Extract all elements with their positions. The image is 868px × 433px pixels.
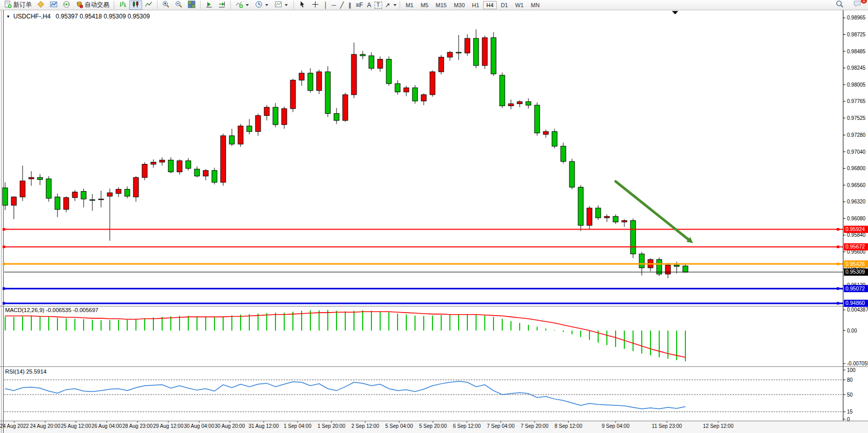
tile-windows-button[interactable] bbox=[185, 1, 198, 10]
timeframe-m5[interactable]: M5 bbox=[418, 1, 431, 9]
chart-shift-icon bbox=[218, 1, 226, 10]
svg-text:0.98965: 0.98965 bbox=[847, 15, 866, 20]
collapse-triangle-icon[interactable]: ▼ bbox=[6, 14, 10, 19]
candle-body bbox=[543, 132, 548, 134]
price-axis[interactable]: 0.989650.987250.984850.982450.980050.977… bbox=[843, 15, 868, 422]
cursor-tool[interactable] bbox=[296, 1, 309, 10]
hline-0.95072[interactable] bbox=[3, 287, 843, 290]
line-handle[interactable] bbox=[3, 287, 5, 290]
timeframe-w1[interactable]: W1 bbox=[512, 1, 527, 9]
line-chart-button[interactable] bbox=[142, 1, 155, 10]
arrows-tool[interactable]: ↗ bbox=[383, 1, 392, 10]
fibonacci-retracement-tool[interactable]: ≡F bbox=[353, 1, 365, 10]
svg-text:9 Sep 04:00: 9 Sep 04:00 bbox=[602, 423, 629, 429]
trend-arrow[interactable] bbox=[616, 181, 689, 240]
hline-0.95924[interactable] bbox=[3, 228, 843, 231]
line-handle[interactable] bbox=[837, 302, 839, 304]
drawing-tool-group: │─╱∥≡FAT↗ bbox=[322, 1, 398, 10]
svg-text:0.97280: 0.97280 bbox=[847, 132, 866, 138]
candle-body bbox=[142, 164, 147, 178]
line-handle[interactable] bbox=[837, 228, 839, 231]
dropdown-caret[interactable] bbox=[246, 4, 249, 6]
svg-text:0.98245: 0.98245 bbox=[847, 65, 866, 71]
templates-button[interactable] bbox=[272, 1, 291, 10]
line-chart-icon bbox=[145, 1, 152, 10]
new-order-button[interactable]: 新订单 bbox=[2, 1, 34, 10]
vertical-line-tool[interactable]: │ bbox=[322, 1, 330, 10]
candle-body bbox=[526, 101, 531, 105]
crosshair-tool[interactable] bbox=[309, 1, 322, 10]
svg-text:0.94860: 0.94860 bbox=[845, 300, 865, 306]
line-handle[interactable] bbox=[3, 263, 5, 265]
hline-0.94860[interactable] bbox=[3, 302, 843, 304]
clock-icon bbox=[255, 1, 263, 10]
chart-canvas[interactable]: 0.989650.987250.984850.982450.980050.977… bbox=[0, 10, 868, 433]
candle-body bbox=[212, 171, 217, 182]
hline-0.95672[interactable] bbox=[3, 245, 843, 248]
candle-body bbox=[151, 162, 156, 164]
candle-body bbox=[412, 88, 418, 101]
bar-chart-button[interactable] bbox=[116, 1, 129, 10]
text-label-tool[interactable]: T bbox=[374, 2, 382, 9]
search-icon bbox=[836, 0, 844, 10]
text-tool[interactable]: A bbox=[365, 1, 373, 10]
candle-body bbox=[125, 189, 130, 196]
timeframe-d1[interactable]: D1 bbox=[498, 1, 511, 9]
candle-body bbox=[317, 72, 322, 91]
chart-shift-button[interactable] bbox=[215, 1, 228, 10]
charts-button[interactable] bbox=[47, 1, 60, 10]
dropdown-caret[interactable] bbox=[265, 4, 268, 6]
candle-body bbox=[465, 38, 470, 53]
candle-body bbox=[264, 107, 269, 115]
svg-text:0.95672: 0.95672 bbox=[845, 243, 865, 250]
candle-body bbox=[351, 54, 357, 95]
hline-0.95426[interactable] bbox=[3, 263, 843, 265]
dropdown-caret[interactable] bbox=[285, 4, 288, 6]
svg-text:24 Aug 2022: 24 Aug 2022 bbox=[0, 423, 29, 429]
candle-body bbox=[20, 181, 25, 197]
timeframe-m15[interactable]: M15 bbox=[432, 1, 449, 9]
template-icon bbox=[274, 1, 282, 10]
timeframe-mn[interactable]: MN bbox=[528, 1, 543, 9]
svg-text:6 Sep 12:00: 6 Sep 12:00 bbox=[453, 423, 481, 429]
line-handle[interactable] bbox=[3, 228, 5, 231]
line-handle[interactable] bbox=[3, 302, 5, 304]
timeframe-m30[interactable]: M30 bbox=[451, 1, 468, 9]
zoom-out-button[interactable] bbox=[172, 1, 185, 10]
candle-body bbox=[622, 220, 627, 222]
gold-button[interactable] bbox=[34, 1, 47, 10]
horizontal-line-tool[interactable]: ─ bbox=[330, 1, 339, 10]
svg-text:50: 50 bbox=[847, 392, 853, 398]
candle-body bbox=[578, 187, 583, 225]
timeframe-h4[interactable]: H4 bbox=[483, 1, 497, 9]
equidistant-channel-tool[interactable]: ∥ bbox=[346, 1, 353, 10]
zoom-in-button[interactable] bbox=[160, 1, 172, 10]
candle-body bbox=[29, 177, 34, 179]
candles-layer[interactable] bbox=[3, 29, 688, 278]
timeframe-h1[interactable]: H1 bbox=[469, 1, 482, 9]
gold-diamond-icon bbox=[37, 1, 45, 10]
search-button[interactable] bbox=[833, 1, 846, 10]
indicators-button[interactable] bbox=[233, 1, 252, 10]
svg-text:0.96560: 0.96560 bbox=[847, 182, 866, 188]
line-handle[interactable] bbox=[837, 263, 839, 265]
dropdown-caret[interactable] bbox=[393, 4, 397, 6]
auto-scroll-button[interactable] bbox=[203, 1, 215, 10]
timeframe-m1[interactable]: M1 bbox=[403, 1, 417, 9]
line-handle[interactable] bbox=[837, 245, 839, 248]
zoom-out-icon bbox=[175, 1, 183, 10]
candlestick-chart-button[interactable] bbox=[129, 1, 142, 10]
candle-body bbox=[683, 266, 688, 272]
candle-body bbox=[255, 116, 261, 132]
trendline-tool[interactable]: ╱ bbox=[338, 1, 346, 10]
auto-trading-button[interactable]: 自动交易 bbox=[73, 1, 112, 10]
signals-button[interactable] bbox=[60, 1, 73, 10]
candle-body bbox=[552, 132, 557, 146]
chart-title: ▼USDCHF-,H40.95397 0.95418 0.95309 0.953… bbox=[6, 13, 150, 20]
line-handle[interactable] bbox=[3, 245, 5, 248]
line-handle[interactable] bbox=[837, 287, 839, 290]
price-tag: 0.95672 bbox=[844, 243, 868, 251]
toolbar-separator bbox=[114, 1, 114, 9]
svg-text:11 Sep 23:00: 11 Sep 23:00 bbox=[652, 423, 682, 429]
periods-button[interactable] bbox=[252, 1, 272, 10]
